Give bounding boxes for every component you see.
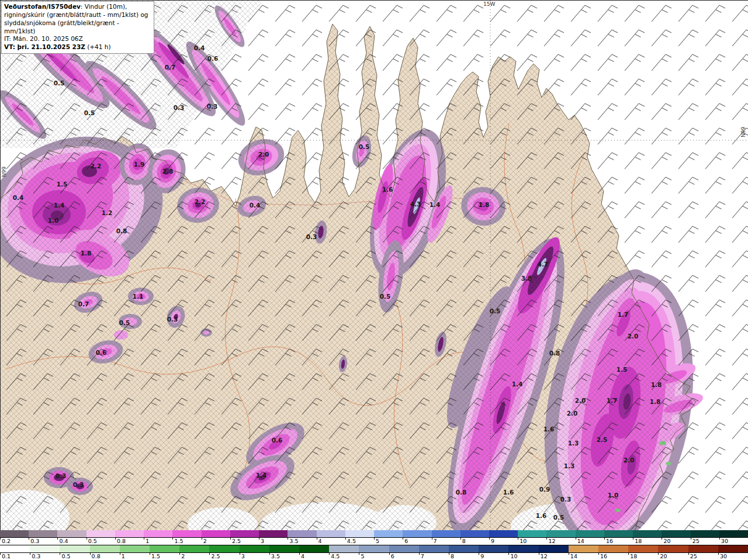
precip-value-label: 1.6 bbox=[543, 426, 555, 433]
precip-value-label: 0.4 bbox=[250, 202, 261, 209]
rain-scale-segment bbox=[0, 530, 29, 537]
precip-value-label: 1.6 bbox=[382, 186, 393, 193]
precip-value-label: 2.5 bbox=[597, 436, 608, 443]
snow-scale: 0.10.30.50.811.522.533.544.5567891012141… bbox=[0, 545, 748, 560]
precip-value-label: 1.7 bbox=[607, 397, 618, 404]
rain-scale-tick-label: 16 bbox=[604, 538, 633, 545]
rain-scale: 0.20.30.40.50.811.522.533.544.5567891012… bbox=[0, 530, 748, 545]
rain-scale-segment bbox=[202, 530, 230, 537]
snow-scale-segment bbox=[269, 545, 299, 552]
rain-scale-segment bbox=[576, 530, 604, 537]
snow-scale-segment bbox=[359, 545, 389, 552]
rain-scale-tick-label: 2 bbox=[202, 538, 230, 545]
precip-value-label: 0.3 bbox=[174, 104, 185, 111]
snow-scale-segment bbox=[449, 545, 479, 552]
rain-scale-segment bbox=[230, 530, 259, 537]
rain-scale-segment bbox=[317, 530, 345, 537]
precip-value-label: 2.2 bbox=[91, 163, 102, 170]
snow-scale-tick-label: 4.5 bbox=[329, 553, 359, 560]
rain-scale-segment bbox=[719, 530, 748, 537]
snow-scale-segment bbox=[60, 545, 89, 552]
rain-scale-tick-label: 0.5 bbox=[86, 538, 115, 545]
rain-scale-segment bbox=[172, 530, 201, 537]
rain-scale-tick-label: 1 bbox=[144, 538, 172, 545]
snow-scale-segment bbox=[718, 545, 748, 552]
map-area: 15W N99 N99 0.40.60.70.50.50.30.30.52.02… bbox=[0, 0, 748, 530]
snow-scale-segment bbox=[479, 545, 508, 552]
snow-scale-strip bbox=[0, 545, 748, 553]
rain-scale-tick-label: 0.8 bbox=[115, 538, 144, 545]
precip-value-label: 2.0 bbox=[567, 410, 578, 417]
rain-scale-segment bbox=[259, 530, 288, 537]
wind-barbs-layer bbox=[1, 1, 748, 530]
rain-scale-tick-label: 2.5 bbox=[230, 538, 259, 545]
snow-scale-tick-label: 14 bbox=[569, 553, 598, 560]
rain-scale-segment bbox=[403, 530, 431, 537]
rain-scale-segment bbox=[57, 530, 86, 537]
snow-scale-segment bbox=[508, 545, 538, 552]
precip-value-label: 0.3 bbox=[167, 316, 178, 323]
rain-scale-tick-label: 18 bbox=[633, 538, 662, 545]
legend: 0.20.30.40.50.811.522.533.544.5567891012… bbox=[0, 530, 748, 560]
snow-scale-segment bbox=[240, 545, 269, 552]
precip-value-label: 0.8 bbox=[116, 227, 127, 234]
precip-value-label: 0.5 bbox=[119, 319, 130, 326]
rain-scale-segment bbox=[115, 530, 144, 537]
precip-value-label: 1.6 bbox=[536, 512, 547, 519]
precip-value-label: 1.4 bbox=[256, 472, 267, 479]
rain-scale-tick-label: 10 bbox=[518, 538, 546, 545]
precip-value-label: 0.5 bbox=[553, 514, 565, 521]
rain-scale-tick-label: 8 bbox=[460, 538, 489, 545]
rain-scale-tick-label: 30 bbox=[719, 538, 748, 545]
precip-value-label: 2.0 bbox=[258, 151, 269, 158]
snow-scale-tick-label: 10 bbox=[508, 553, 538, 560]
precip-value-label: 0.9 bbox=[539, 486, 550, 493]
map-canvas: 15W N99 N99 0.40.60.70.50.50.30.30.52.02… bbox=[1, 1, 748, 530]
parallel-label-left: N99 bbox=[1, 167, 7, 177]
snow-scale-tick-label: 0.5 bbox=[60, 553, 89, 560]
rain-scale-tick-label: 14 bbox=[576, 538, 604, 545]
snow-scale-segment bbox=[598, 545, 628, 552]
precip-value-label: 2.0 bbox=[628, 333, 639, 340]
precip-value-label: 0.3 bbox=[207, 103, 218, 110]
precip-value-label: 0.3 bbox=[73, 481, 84, 488]
precip-value-label: 0.3 bbox=[56, 472, 67, 479]
precip-value-label: 1.7 bbox=[618, 311, 629, 318]
precip-value-label: 0.4 bbox=[13, 194, 24, 201]
rain-scale-strip bbox=[0, 530, 748, 538]
snow-scale-tick-label: 0.8 bbox=[90, 553, 120, 560]
snow-scale-tick-label: 1 bbox=[120, 553, 150, 560]
precip-value-label: 1.0 bbox=[48, 217, 59, 224]
precip-value-label: 1.2 bbox=[102, 209, 113, 216]
precip-value-label: 1.4 bbox=[430, 201, 441, 208]
precip-value-label: 1.5 bbox=[617, 366, 628, 373]
precip-value-label: 3.8 bbox=[521, 275, 532, 282]
rain-scale-tick-label: 3 bbox=[259, 538, 288, 545]
snow-scale-segment bbox=[329, 545, 359, 552]
precip-value-label: 1.5 bbox=[57, 181, 68, 188]
rain-scale-tick-label: 4 bbox=[317, 538, 345, 545]
snow-scale-tick-label: 16 bbox=[598, 553, 628, 560]
precip-value-label: 0.4 bbox=[194, 44, 205, 51]
snow-scale-tick-label: 0.1 bbox=[0, 553, 30, 560]
rain-scale-segment bbox=[662, 530, 690, 537]
precip-value-label: 1.8 bbox=[650, 398, 661, 405]
snow-scale-segment bbox=[658, 545, 688, 552]
snow-scale-tick-label: 20 bbox=[658, 553, 688, 560]
rain-scale-segment bbox=[460, 530, 489, 537]
rain-scale-segment bbox=[374, 530, 403, 537]
snow-scale-tick-label: 0.3 bbox=[30, 553, 60, 560]
snow-scale-segment bbox=[120, 545, 150, 552]
precip-value-label: 0.6 bbox=[207, 55, 219, 62]
snow-scale-tick-label: 3.5 bbox=[269, 553, 299, 560]
snow-scale-tick-label: 12 bbox=[539, 553, 569, 560]
rain-scale-segment bbox=[432, 530, 460, 537]
precip-value-label: 1.0 bbox=[608, 492, 619, 499]
snow-scale-segment bbox=[389, 545, 419, 552]
precip-value-label: 0.3 bbox=[306, 233, 317, 240]
rain-scale-segment bbox=[86, 530, 115, 537]
snow-scale-segment bbox=[90, 545, 120, 552]
precip-value-label: 0.5 bbox=[380, 293, 391, 300]
precip-value-label: 0.8 bbox=[456, 489, 467, 496]
rain-scale-segment bbox=[288, 530, 316, 537]
